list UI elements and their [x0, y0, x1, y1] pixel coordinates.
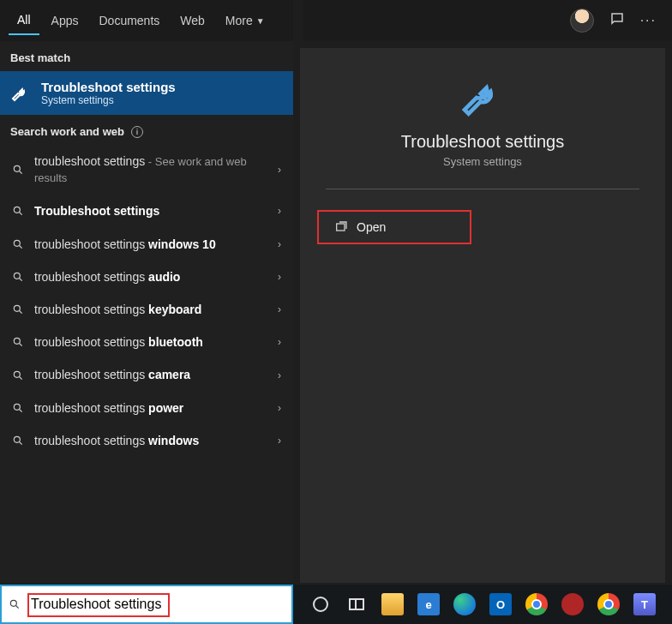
suggestion-text: troubleshoot settings power: [34, 400, 267, 416]
suggestion-text: troubleshoot settings audio: [34, 269, 267, 285]
svg-point-5: [14, 339, 20, 345]
search-input[interactable]: [27, 597, 285, 612]
vpn-icon[interactable]: [557, 589, 588, 620]
best-match-text: Troubleshoot settings System settings: [41, 80, 176, 106]
tab-documents[interactable]: Documents: [90, 7, 168, 34]
divider: [326, 189, 639, 189]
suggestion-item[interactable]: troubleshoot settings - See work and web…: [0, 145, 293, 195]
chevron-right-icon: ›: [278, 369, 281, 381]
taskbar-search-box[interactable]: [0, 585, 293, 624]
tab-apps[interactable]: Apps: [43, 7, 87, 34]
suggestion-text: troubleshoot settings windows 10: [34, 237, 267, 252]
edge-legacy-icon[interactable]: e: [413, 589, 444, 620]
tab-web[interactable]: Web: [171, 7, 213, 34]
section-search-work-web-label: Search work and web: [10, 125, 124, 138]
wrench-icon: [459, 74, 507, 122]
suggestion-item[interactable]: troubleshoot settings camera ›: [0, 358, 293, 391]
teams-icon[interactable]: T: [629, 589, 660, 620]
tab-more-label: More: [225, 14, 253, 27]
search-panel: All Apps Documents Web More ▼ Best match…: [0, 0, 293, 583]
chrome-icon-2[interactable]: [593, 589, 624, 620]
section-search-work-web: Search work and web i: [0, 115, 293, 145]
search-icon: [12, 271, 24, 283]
suggestion-item[interactable]: troubleshoot settings audio ›: [0, 261, 293, 293]
suggestion-item[interactable]: troubleshoot settings power ›: [0, 392, 293, 424]
chevron-right-icon: ›: [278, 402, 281, 414]
svg-point-8: [14, 436, 20, 442]
search-icon: [12, 238, 24, 250]
search-icon: [12, 303, 24, 315]
suggestion-item[interactable]: troubleshoot settings windows 10 ›: [0, 228, 293, 261]
svg-point-7: [14, 404, 20, 410]
suggestion-item[interactable]: troubleshoot settings bluetooth ›: [0, 326, 293, 358]
suggestion-text: Troubleshoot settings: [34, 203, 267, 219]
best-match-title: Troubleshoot settings: [41, 80, 176, 94]
tab-more[interactable]: More ▼: [217, 7, 273, 34]
search-icon: [12, 369, 24, 381]
section-best-match: Best match: [0, 41, 293, 71]
edge-icon[interactable]: [449, 589, 480, 620]
suggestion-text: troubleshoot settings windows: [34, 433, 267, 448]
action-open-label: Open: [357, 220, 386, 234]
chevron-right-icon: ›: [278, 336, 281, 348]
chevron-down-icon: ▼: [256, 16, 265, 26]
cortana-icon[interactable]: [305, 589, 336, 620]
suggestion-text: troubleshoot settings camera: [34, 367, 267, 382]
info-icon[interactable]: i: [131, 126, 143, 138]
file-explorer-icon[interactable]: [377, 589, 408, 620]
action-open[interactable]: Open: [317, 210, 471, 244]
chevron-right-icon: ›: [278, 164, 281, 176]
svg-point-3: [14, 273, 20, 279]
suggestion-item[interactable]: troubleshoot settings keyboard ›: [0, 293, 293, 326]
chrome-icon[interactable]: [521, 589, 552, 620]
svg-rect-9: [337, 224, 345, 231]
suggestion-text: troubleshoot settings keyboard: [34, 302, 267, 317]
suggestion-item[interactable]: Troubleshoot settings ›: [0, 195, 293, 228]
chevron-right-icon: ›: [278, 238, 281, 250]
preview-panel: Troubleshoot settings System settings Op…: [300, 48, 665, 583]
search-icon: [9, 598, 21, 610]
open-icon: [334, 220, 348, 234]
feedback-icon[interactable]: [609, 11, 625, 30]
search-icon: [12, 164, 24, 176]
best-match-subtitle: System settings: [41, 94, 176, 106]
search-tabs: All Apps Documents Web More ▼: [0, 0, 293, 41]
search-icon: [12, 336, 24, 348]
suggestion-item[interactable]: troubleshoot settings windows ›: [0, 424, 293, 457]
search-icon: [12, 402, 24, 414]
preview-subtitle: System settings: [443, 155, 522, 168]
best-match-result[interactable]: Troubleshoot settings System settings: [0, 71, 293, 115]
suggestion-text: troubleshoot settings bluetooth: [34, 334, 267, 350]
svg-point-1: [14, 207, 20, 213]
svg-point-2: [14, 240, 20, 246]
search-icon: [12, 205, 24, 217]
tab-all[interactable]: All: [9, 6, 39, 35]
preview-title: Troubleshoot settings: [401, 132, 564, 152]
preview-content: Troubleshoot settings System settings: [300, 48, 665, 168]
outlook-icon[interactable]: O: [485, 589, 516, 620]
svg-point-10: [10, 600, 16, 606]
taskbar-icons: e O T: [300, 585, 660, 624]
header-right: ···: [303, 0, 672, 41]
svg-point-0: [14, 165, 20, 171]
svg-point-4: [14, 305, 20, 311]
task-view-icon[interactable]: [341, 589, 372, 620]
wrench-icon: [10, 83, 31, 104]
suggestion-list: troubleshoot settings - See work and web…: [0, 145, 293, 583]
suggestion-text: troubleshoot settings - See work and web…: [34, 153, 267, 186]
more-options-icon[interactable]: ···: [640, 13, 657, 28]
chevron-right-icon: ›: [278, 303, 281, 315]
svg-point-6: [14, 371, 20, 377]
chevron-right-icon: ›: [278, 271, 281, 283]
chevron-right-icon: ›: [278, 205, 281, 217]
search-icon: [12, 435, 24, 447]
user-avatar[interactable]: [570, 9, 594, 33]
chevron-right-icon: ›: [278, 435, 281, 447]
